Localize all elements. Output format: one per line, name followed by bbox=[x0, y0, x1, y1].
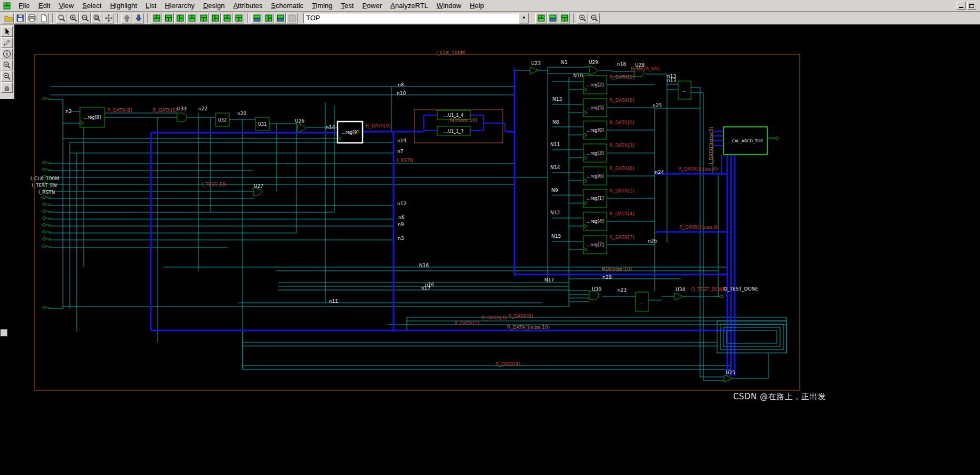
push-hierarchy-icon[interactable] bbox=[221, 13, 232, 23]
menu-design[interactable]: Design bbox=[199, 1, 229, 11]
design-selector-input[interactable] bbox=[303, 13, 519, 23]
label-r-data-6[interactable]: R_DATA[6] bbox=[609, 166, 634, 171]
gate-U29[interactable] bbox=[588, 66, 598, 75]
menu-attributes[interactable]: Attributes bbox=[229, 1, 267, 11]
label-n16-size-10[interactable]: N16(size:10) bbox=[601, 267, 632, 272]
down-arrow-icon[interactable] bbox=[133, 13, 144, 23]
port-pin[interactable] bbox=[42, 237, 46, 240]
label-u34[interactable]: U34 bbox=[676, 287, 685, 292]
label-n20[interactable]: n20 bbox=[237, 111, 246, 116]
open-schematic-icon[interactable] bbox=[163, 13, 174, 23]
up-arrow-icon[interactable] bbox=[121, 13, 132, 23]
copy-page-icon[interactable] bbox=[38, 13, 49, 23]
zoom-in-icon[interactable] bbox=[68, 13, 79, 23]
label-n14[interactable]: N14 bbox=[550, 165, 560, 170]
gate-U23[interactable] bbox=[530, 67, 539, 74]
gate-U34[interactable] bbox=[674, 293, 683, 300]
gate-U26[interactable] bbox=[296, 124, 306, 132]
next-sheet-icon[interactable] bbox=[186, 13, 197, 23]
component-reg8[interactable]: ...reg[8] bbox=[80, 107, 105, 127]
magnify-out-icon[interactable] bbox=[1, 71, 13, 82]
label-n25[interactable]: n25 bbox=[653, 103, 662, 108]
label-i-clk-100m[interactable]: I_CLK_100M bbox=[436, 50, 465, 55]
label-r-data-8[interactable]: R_DATA[8] bbox=[508, 313, 533, 319]
label-i-data-size-5[interactable]: I_DATA[](size:5) bbox=[709, 126, 714, 164]
zoom-out-button[interactable] bbox=[589, 13, 600, 23]
gate-U27[interactable] bbox=[253, 188, 262, 196]
menu-window[interactable]: Window bbox=[432, 1, 465, 11]
label-r-data-1[interactable]: R_DATA[1] bbox=[609, 188, 634, 194]
minimize-button[interactable] bbox=[957, 2, 966, 10]
port-pin[interactable] bbox=[42, 203, 46, 206]
component-reg5[interactable]: ...reg[5] bbox=[583, 99, 607, 117]
label-i-test-en[interactable]: I_TEST_EN bbox=[202, 182, 226, 187]
new-schematic-icon[interactable] bbox=[151, 13, 162, 23]
draw-pen-icon[interactable] bbox=[1, 37, 13, 48]
info-icon[interactable] bbox=[1, 49, 13, 59]
pan-crosshair-icon[interactable] bbox=[103, 13, 114, 23]
open-folder-icon[interactable] bbox=[3, 13, 14, 23]
schematic-sheet-icon[interactable] bbox=[547, 13, 558, 23]
zoom-select-icon[interactable] bbox=[56, 13, 67, 23]
label-r-data-8[interactable]: R_DATA[8] bbox=[107, 108, 132, 113]
label-n26[interactable]: n26 bbox=[648, 238, 657, 244]
menu-schematic[interactable]: Schematic bbox=[267, 1, 308, 11]
label-r-data-7[interactable]: R_DATA[7] bbox=[609, 235, 634, 240]
label-r-data-size-4[interactable]: R_DATA[](size:4) bbox=[678, 166, 718, 172]
menu-select[interactable]: Select bbox=[78, 1, 106, 11]
label-n10[interactable]: n10 bbox=[397, 91, 406, 96]
disabled-tool-icon[interactable] bbox=[286, 13, 298, 23]
menu-timing[interactable]: Timing bbox=[308, 1, 337, 11]
waveform-icon[interactable] bbox=[559, 13, 570, 23]
label-n18[interactable]: n18 bbox=[617, 61, 626, 67]
component-mux-top[interactable]: ... bbox=[678, 81, 691, 99]
zoom-out-icon[interactable] bbox=[79, 13, 91, 23]
label-n13[interactable]: N13 bbox=[552, 96, 562, 102]
label-i-rstn[interactable]: I_RSTN bbox=[38, 190, 55, 195]
label-r-data-5[interactable]: R_DATA[5] bbox=[609, 98, 634, 103]
menu-file[interactable]: File bbox=[14, 1, 34, 11]
label-n2[interactable]: n2 bbox=[66, 109, 71, 114]
label-r-data-0[interactable]: R_DATA[0] bbox=[152, 108, 178, 113]
label-u30[interactable]: U30 bbox=[592, 287, 601, 292]
label-n7[interactable]: n7 bbox=[397, 149, 403, 154]
label-n23[interactable]: n23 bbox=[617, 287, 626, 293]
symbol-view-icon[interactable] bbox=[251, 13, 262, 23]
port-pin[interactable] bbox=[42, 161, 46, 164]
zoom-fit-icon[interactable] bbox=[91, 13, 102, 23]
component-reg0[interactable]: ...reg[0] bbox=[583, 121, 607, 139]
port-pin[interactable] bbox=[42, 306, 46, 309]
component-reg9[interactable]: ...reg[9] bbox=[338, 122, 363, 143]
component-reg4[interactable]: ...reg[4] bbox=[583, 212, 607, 230]
gate-U33[interactable] bbox=[177, 113, 187, 122]
label-n3[interactable]: n3 bbox=[398, 236, 404, 241]
zoom-in-button[interactable] bbox=[577, 13, 588, 23]
sheet-up-icon[interactable] bbox=[198, 13, 209, 23]
schematic-drawing[interactable]: ...reg[8]...reg[9]...U1_1_4...U1_1_7U32U… bbox=[14, 25, 980, 475]
label-n11[interactable]: n11 bbox=[329, 299, 338, 304]
port-pin[interactable] bbox=[42, 230, 46, 234]
label-r-data-size-8[interactable]: R_DATA[](size:8) bbox=[679, 224, 719, 230]
menu-analyzertl[interactable]: AnalyzeRTL bbox=[386, 1, 432, 11]
component-reg7[interactable]: ...reg[7] bbox=[583, 236, 607, 254]
component-cal-abcd-top[interactable]: ...CAL_ABCD_TOP bbox=[724, 127, 767, 155]
label-u26[interactable]: U26 bbox=[295, 118, 304, 124]
port-pin[interactable] bbox=[42, 216, 46, 220]
label-o-test-done[interactable]: O_TEST_DONE bbox=[724, 286, 758, 292]
component-reg6[interactable]: ...reg[6] bbox=[583, 167, 607, 185]
save-icon[interactable] bbox=[14, 13, 26, 23]
label-r-data-9[interactable]: R_DATA[9] bbox=[366, 123, 391, 128]
port-pin[interactable] bbox=[42, 245, 46, 248]
menu-view[interactable]: View bbox=[54, 1, 78, 11]
symbol-list-icon[interactable] bbox=[535, 13, 547, 23]
label-n1[interactable]: N1 bbox=[561, 60, 567, 65]
label-n8[interactable]: n8 bbox=[398, 82, 404, 87]
label-r-data-3[interactable]: R_DATA[3] bbox=[609, 143, 634, 148]
label-r-data-3[interactable]: R_DATA[3] bbox=[481, 315, 507, 320]
label-n17[interactable]: N17 bbox=[544, 277, 554, 283]
label-n14[interactable]: n14 bbox=[326, 125, 335, 130]
magnify-in-icon[interactable] bbox=[1, 60, 13, 70]
port-pin[interactable] bbox=[719, 295, 724, 298]
label-n13[interactable]: n13 bbox=[667, 78, 676, 83]
label-n19[interactable]: n19 bbox=[397, 138, 406, 143]
